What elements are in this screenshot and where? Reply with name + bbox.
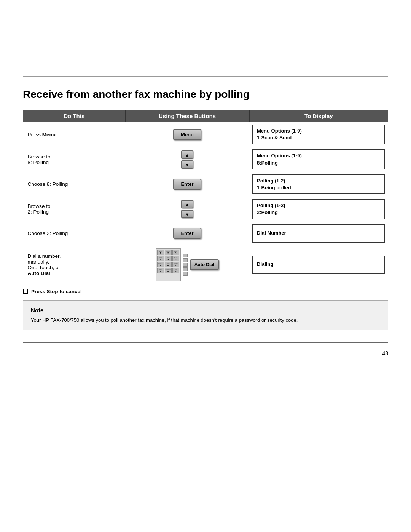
arrow-up-button[interactable]: ▲ [181, 200, 193, 208]
arrow-down-button[interactable]: ▼ [181, 160, 193, 169]
table-row: Browse to2: Polling ▲ ▼ Polling (1-2) 2:… [23, 197, 388, 222]
arrow-up-button[interactable]: ▲ [181, 150, 193, 159]
bold-text: Menu [42, 132, 56, 137]
display-box: Menu Options (1-9) 1:Scan & Send [252, 125, 385, 144]
key-8: TUV 8 [165, 262, 172, 267]
table-row: Browse to8: Polling ▲ ▼ Menu Options (1-… [23, 147, 388, 172]
display-line2: 1:Scan & Send [257, 135, 292, 141]
key-star: Yes * [157, 268, 164, 273]
display-text: Menu Options (1-9) 8:Polling [257, 152, 380, 166]
display-line1: Polling (1-2) [257, 178, 285, 184]
display-cell: Menu Options (1-9) 8:Polling [249, 147, 388, 172]
content-area: Receive from another fax machine by poll… [23, 88, 388, 330]
button-cell: ▲ ▼ [125, 147, 249, 172]
side-btn-1 [183, 254, 188, 257]
keypad-container: ABC 1 ABC 2 DEF 3 [130, 248, 245, 281]
arrow-container: ▲ ▼ [130, 200, 245, 218]
display-box: Menu Options (1-9) 8:Polling [252, 149, 385, 169]
display-cell: Menu Options (1-9) 1:Scan & Send [249, 122, 388, 147]
do-this-cell: Dial a number, manually, One-Touch, or A… [23, 245, 126, 284]
display-line2: 1:Being polled [257, 185, 291, 190]
press-stop-text: Press Stop to cancel [31, 289, 82, 294]
key-5: JKL 5 [165, 256, 172, 261]
display-box: Dial Number [252, 224, 385, 243]
key-0: Symbols 0 [165, 268, 172, 273]
display-cell: Dialing [249, 245, 388, 284]
display-line1: Menu Options (1-9) [257, 128, 302, 134]
key-3: DEF 3 [172, 250, 179, 255]
display-cell: Dial Number [249, 222, 388, 245]
side-btn-4 [183, 267, 188, 271]
display-text: Dial Number [257, 230, 380, 236]
display-line2: 2:Polling [257, 209, 278, 215]
do-this-cell: Browse to2: Polling [23, 197, 126, 222]
enter-button[interactable]: Enter [173, 228, 201, 239]
keypad-graphic: ABC 1 ABC 2 DEF 3 [156, 248, 181, 281]
button-cell: Enter [125, 222, 249, 245]
table-row: Press Menu Menu Menu Options (1-9) 1:Sca… [23, 122, 388, 147]
display-line1: Polling (1-2) [257, 203, 285, 208]
note-title: Note [31, 307, 380, 313]
button-cell: ABC 1 ABC 2 DEF 3 [125, 245, 249, 284]
display-text: Polling (1-2) 2:Polling [257, 202, 380, 216]
menu-button[interactable]: Menu [173, 129, 201, 140]
display-text: Polling (1-2) 1:Being polled [257, 177, 380, 191]
display-text: Menu Options (1-9) 1:Scan & Send [257, 128, 380, 141]
side-btn-2 [183, 258, 188, 262]
do-this-cell: Browse to8: Polling [23, 147, 126, 172]
display-text: Dialing [257, 261, 380, 268]
side-buttons [183, 254, 188, 276]
display-line1: Dialing [257, 261, 273, 267]
auto-dial-button[interactable]: Auto Dial [190, 259, 219, 270]
display-cell: Polling (1-2) 2:Polling [249, 197, 388, 222]
header-using-buttons: Using These Buttons [125, 110, 249, 122]
header-to-display: To Display [249, 110, 388, 122]
instruction-table: Do This Using These Buttons To Display P… [23, 110, 388, 284]
header-do-this: Do This [23, 110, 126, 122]
top-rule [23, 76, 388, 77]
side-btn-5 [183, 272, 188, 276]
display-line2: 8:Polling [257, 160, 278, 166]
arrow-down-button[interactable]: ▼ [181, 210, 193, 218]
do-this-cell: Choose 8: Polling [23, 172, 126, 197]
display-line1: Menu Options (1-9) [257, 153, 302, 158]
page-number: 43 [0, 343, 411, 364]
page-title: Receive from another fax machine by poll… [23, 88, 388, 101]
key-hash: No # [172, 268, 179, 273]
enter-button[interactable]: Enter [173, 179, 201, 190]
table-row: Dial a number, manually, One-Touch, or A… [23, 245, 388, 284]
button-cell: Menu [125, 122, 249, 147]
note-text: Your HP FAX-700/750 allows you to poll a… [31, 316, 380, 324]
arrow-container: ▲ ▼ [130, 150, 245, 169]
display-box: Polling (1-2) 1:Being polled [252, 174, 385, 194]
button-cell: Enter [125, 172, 249, 197]
page-container: Receive from another fax machine by poll… [0, 76, 411, 532]
auto-dial-label: Auto Dial [28, 270, 50, 276]
do-this-cell: Choose 2: Polling [23, 222, 126, 245]
do-this-cell: Press Menu [23, 122, 126, 147]
key-6: MNO 6 [172, 256, 179, 261]
key-4: GHI 4 [157, 256, 164, 261]
table-row: Choose 8: Polling Enter Polling (1-2) 1:… [23, 172, 388, 197]
key-7: PQRS 7 [157, 262, 164, 267]
side-btn-3 [183, 263, 188, 267]
key-1: ABC 1 [157, 250, 164, 255]
button-cell: ▲ ▼ [125, 197, 249, 222]
stop-square-icon [23, 289, 28, 294]
key-2: ABC 2 [165, 250, 172, 255]
display-box: Dialing [252, 256, 385, 274]
note-box: Note Your HP FAX-700/750 allows you to p… [23, 300, 388, 331]
display-cell: Polling (1-2) 1:Being polled [249, 172, 388, 197]
table-row: Choose 2: Polling Enter Dial Number [23, 222, 388, 245]
display-line1: Dial Number [257, 230, 286, 236]
display-box: Polling (1-2) 2:Polling [252, 199, 385, 219]
key-9: WXYZ 9 [172, 262, 179, 267]
press-stop-row: Press Stop to cancel [23, 289, 388, 294]
